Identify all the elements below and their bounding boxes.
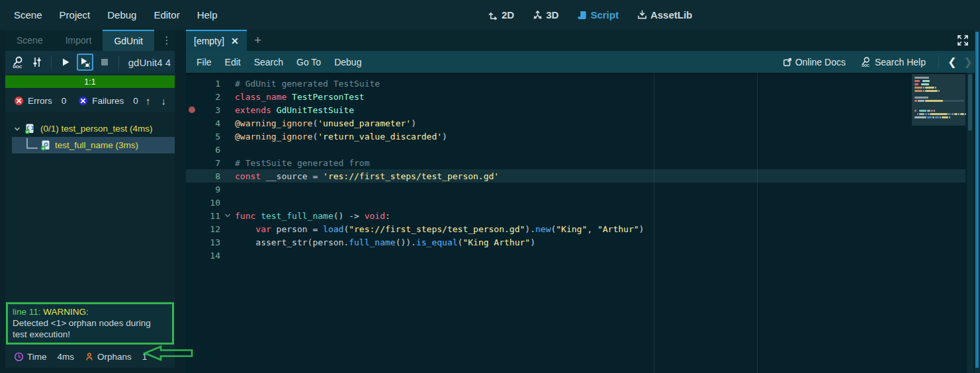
script-tab-title: [empty]: [194, 36, 224, 46]
code-line[interactable]: 9: [186, 183, 965, 196]
main-menubar: Scene Project Debug Editor Help 2D 3D Sc…: [0, 0, 980, 30]
gdunit-dock: Scene Import GdUnit ⋮ DOC gdUnit4 4 1:1 …: [5, 30, 175, 368]
menu-search[interactable]: Search: [247, 54, 290, 70]
code-line[interactable]: 3extends GdUnitTestSuite: [186, 103, 965, 116]
history-forward-button[interactable]: ❯: [960, 56, 976, 68]
menu-script-debug[interactable]: Debug: [328, 54, 368, 70]
script-icon: [577, 10, 587, 21]
menu-debug[interactable]: Debug: [101, 7, 142, 23]
code-line[interactable]: 10: [186, 196, 965, 209]
doc-search-icon: DOC: [11, 56, 24, 69]
search-help-button[interactable]: DOC Search Help: [853, 56, 933, 67]
test-case-row-selected[interactable]: test_full_name (3ms): [12, 137, 175, 153]
report-level: WARNING:: [41, 307, 89, 317]
menu-separator: [938, 56, 939, 69]
script-tab-empty[interactable]: [empty] ✕: [186, 30, 247, 51]
assetlib-icon: [637, 10, 647, 20]
dock-tab-spacer: [154, 30, 159, 51]
script-menu-bar: File Edit Search Go To Debug Online Docs…: [186, 51, 980, 73]
code-line[interactable]: 4@warning_ignore('unused_parameter'): [186, 116, 965, 130]
code-line[interactable]: 2class_name TestPersonTest: [186, 90, 965, 103]
code-line[interactable]: 8const __source = 'res://first_steps/tes…: [186, 169, 965, 183]
code-line[interactable]: 1# GdUnit generated TestSuite: [186, 77, 965, 90]
test-report-box[interactable]: line 11: WARNING: Detected <1> orphan no…: [6, 302, 174, 345]
stop-tests-button[interactable]: [96, 54, 113, 71]
progress-label: 1:1: [84, 77, 95, 87]
code-line[interactable]: 7# TestSuite generated from: [186, 156, 965, 169]
test-suite-label: (0/1) test_person_test (4ms): [40, 124, 153, 134]
tune-sliders-icon: [31, 56, 43, 68]
dock-menu-dots-icon[interactable]: ⋮: [159, 30, 175, 51]
test-settings-button[interactable]: [29, 54, 46, 71]
column-guideline-100: [757, 73, 758, 373]
dock-tab-bar: Scene Import GdUnit ⋮: [5, 30, 175, 51]
orphans-label: Orphans: [97, 352, 132, 362]
gdunit-toolbar: DOC gdUnit4 4: [5, 51, 175, 73]
online-docs-button[interactable]: Online Docs: [776, 57, 853, 67]
menu-edit[interactable]: Edit: [218, 54, 247, 70]
tree-branch-connector: [25, 138, 38, 153]
time-label: Time: [27, 352, 47, 362]
editor-scrollbar[interactable]: [967, 73, 973, 373]
code-minimap[interactable]: [912, 74, 965, 126]
menu-project[interactable]: Project: [54, 7, 97, 23]
code-line[interactable]: 14: [186, 249, 965, 262]
dock-tab-import[interactable]: Import: [54, 30, 103, 51]
menu-editor[interactable]: Editor: [148, 7, 185, 23]
errors-icon: [14, 96, 24, 106]
code-line[interactable]: 13 assert_str(person.full_name()).is_equ…: [186, 235, 965, 249]
prev-failure-button[interactable]: ↑: [146, 95, 151, 106]
code-line[interactable]: 12 var person = load("res://first_steps/…: [186, 222, 965, 235]
next-failure-button[interactable]: ↓: [161, 95, 167, 106]
code-lines[interactable]: 1# GdUnit generated TestSuite2class_name…: [186, 77, 965, 262]
dock-tab-gdunit[interactable]: GdUnit: [103, 30, 154, 51]
test-script-icon: [24, 123, 35, 134]
column-guideline-80: [654, 73, 654, 373]
breakpoint-icon[interactable]: [189, 106, 195, 113]
menu-goto[interactable]: Go To: [290, 54, 328, 70]
fold-chevron-icon: [224, 212, 231, 219]
code-editor[interactable]: 1# GdUnit generated TestSuite2class_name…: [186, 73, 980, 373]
menu-file[interactable]: File: [190, 54, 218, 70]
workspace-3d-button[interactable]: 3D: [533, 9, 558, 21]
test-case-label: test_full_name (3ms): [55, 140, 138, 150]
menu-help[interactable]: Help: [191, 7, 224, 23]
plus-icon: +: [254, 33, 261, 48]
debug-tests-button[interactable]: [77, 54, 94, 71]
doc-search-button[interactable]: DOC: [9, 54, 26, 71]
test-suite-row[interactable]: (0/1) test_person_test (4ms): [5, 120, 175, 137]
runner-version-label: gdUnit4 4: [128, 57, 171, 68]
code-line[interactable]: 6: [186, 143, 965, 156]
workspace-2d-button[interactable]: 2D: [488, 9, 514, 21]
right-panel-edge: [975, 30, 980, 373]
chevron-down-icon[interactable]: [13, 125, 21, 133]
stop-icon: [99, 57, 110, 67]
dock-tab-scene[interactable]: Scene: [5, 30, 54, 51]
new-tab-button[interactable]: +: [247, 30, 269, 51]
report-line-ref: line 11:: [13, 307, 41, 317]
failures-label: Failures: [92, 96, 124, 106]
script-editor-panel: [empty] ✕ + File Edit Search Go To Debug…: [186, 30, 980, 373]
code-line[interactable]: 5@warning_ignore('return_value_discarded…: [186, 130, 965, 143]
history-back-button[interactable]: ❮: [944, 56, 960, 68]
close-icon[interactable]: ✕: [231, 36, 239, 46]
test-case-icon: [40, 140, 51, 151]
failures-value: 0: [133, 96, 138, 106]
svg-text:DOC: DOC: [862, 63, 869, 67]
workspace-assetlib-button[interactable]: AssetLib: [637, 9, 692, 21]
orphans-icon: [85, 352, 94, 362]
menu-scene[interactable]: Scene: [8, 7, 48, 23]
annotation-arrow-icon: [143, 345, 195, 362]
workspace-switcher: 2D 3D Script AssetLib: [488, 0, 692, 30]
run-tests-button[interactable]: [57, 54, 74, 71]
workspace-script-button[interactable]: Script: [577, 9, 619, 21]
play-debug-icon: [79, 56, 91, 68]
expand-editor-button[interactable]: [956, 34, 969, 47]
svg-text:DOC: DOC: [13, 64, 22, 69]
errors-label: Errors: [28, 96, 52, 106]
errors-value: 0: [62, 96, 67, 106]
time-clock-icon: [14, 352, 24, 362]
scrollbar-thumb[interactable]: [968, 74, 972, 131]
play-icon: [60, 56, 71, 68]
code-line[interactable]: 11func test_full_name() -> void:: [186, 209, 965, 222]
